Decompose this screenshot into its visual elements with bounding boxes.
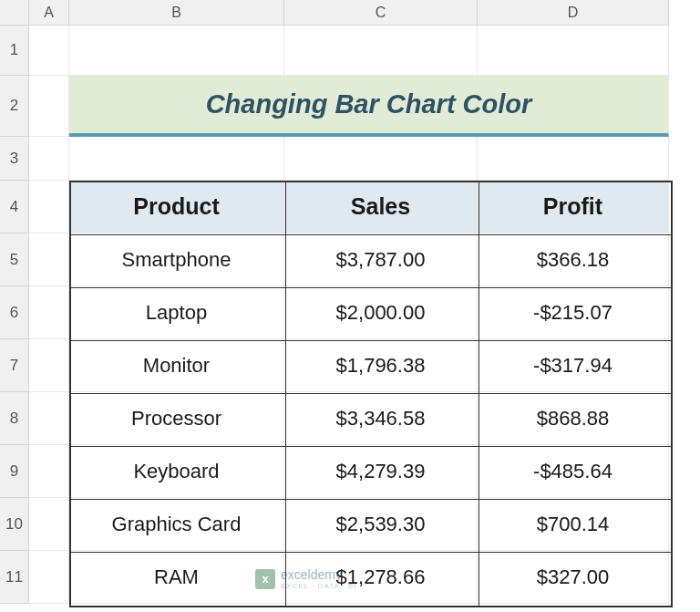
cell-product[interactable]: RAM [69, 551, 284, 604]
row-headers: 1 2 3 4 5 6 7 8 9 10 11 [0, 26, 29, 604]
watermark: x exceldemy EXCEL · DATA · BI [255, 567, 357, 590]
cell-D1[interactable] [478, 26, 669, 76]
watermark-brand: exceldemy [281, 567, 342, 582]
table-row: Monitor$1,796.38-$317.94 [29, 339, 669, 392]
table-row: Laptop$2,000.00-$215.07 [29, 286, 669, 339]
table-row: Graphics Card$2,539.30$700.14 [29, 498, 669, 551]
cell-product[interactable]: Keyboard [69, 445, 284, 498]
cell-sales[interactable]: $4,279.39 [284, 445, 478, 498]
cell-product[interactable]: Laptop [69, 286, 284, 339]
table-row: Processor$3,346.58$868.88 [29, 392, 669, 445]
cell-product[interactable]: Graphics Card [69, 498, 284, 551]
cell-product[interactable]: Monitor [69, 339, 284, 392]
cell-A1[interactable] [29, 26, 69, 76]
spreadsheet: A B C D 1 2 3 4 5 6 7 8 9 10 11 [0, 0, 700, 604]
cell-sales[interactable]: $1,796.38 [284, 339, 478, 392]
row-header-4[interactable]: 4 [0, 181, 29, 233]
cell-profit[interactable]: $327.00 [478, 551, 669, 604]
header-profit[interactable]: Profit [478, 181, 669, 233]
row-header-8[interactable]: 8 [0, 392, 29, 445]
watermark-tag: EXCEL · DATA · BI [281, 582, 357, 590]
cell-profit[interactable]: $868.88 [478, 392, 669, 445]
cell-B3[interactable] [69, 137, 284, 181]
cell-A7[interactable] [29, 339, 69, 392]
table-row: Smartphone$3,787.00$366.18 [29, 233, 669, 286]
cell-product[interactable]: Processor [69, 392, 284, 445]
cell-A2[interactable] [29, 76, 69, 137]
cell-A10[interactable] [29, 498, 69, 551]
cell-C3[interactable] [284, 137, 478, 181]
cell-profit[interactable]: -$317.94 [478, 339, 669, 392]
cell-D3[interactable] [478, 137, 669, 181]
header-product[interactable]: Product [69, 181, 284, 233]
column-headers: A B C D [0, 0, 700, 26]
cell-A9[interactable] [29, 445, 69, 498]
cell-grid: Changing Bar Chart Color Product Sales P… [29, 26, 669, 604]
cell-sales[interactable]: $2,000.00 [284, 286, 478, 339]
col-header-B[interactable]: B [69, 0, 284, 26]
cell-sales[interactable]: $2,539.30 [284, 498, 478, 551]
col-header-C[interactable]: C [284, 0, 478, 26]
cell-A6[interactable] [29, 286, 69, 339]
cell-A8[interactable] [29, 392, 69, 445]
row-header-2[interactable]: 2 [0, 76, 29, 137]
row-header-1[interactable]: 1 [0, 26, 29, 76]
row-header-7[interactable]: 7 [0, 339, 29, 392]
col-header-D[interactable]: D [478, 0, 669, 26]
col-header-A[interactable]: A [29, 0, 69, 26]
cell-sales[interactable]: $3,346.58 [284, 392, 478, 445]
cell-A4[interactable] [29, 181, 69, 233]
cell-A3[interactable] [29, 137, 69, 181]
cell-profit[interactable]: -$215.07 [478, 286, 669, 339]
select-all-corner[interactable] [0, 0, 29, 26]
row-header-6[interactable]: 6 [0, 286, 29, 339]
cell-product[interactable]: Smartphone [69, 233, 284, 286]
row-header-3[interactable]: 3 [0, 137, 29, 181]
cell-profit[interactable]: $700.14 [478, 498, 669, 551]
cell-sales[interactable]: $3,787.00 [284, 233, 478, 286]
cell-A11[interactable] [29, 551, 69, 604]
cell-A5[interactable] [29, 233, 69, 286]
row-header-10[interactable]: 10 [0, 498, 29, 551]
cell-B1[interactable] [69, 26, 284, 76]
excel-icon: x [255, 569, 275, 589]
header-sales[interactable]: Sales [284, 181, 478, 233]
row-header-9[interactable]: 9 [0, 445, 29, 498]
cell-C1[interactable] [284, 26, 478, 76]
row-header-5[interactable]: 5 [0, 233, 29, 286]
table-row: Keyboard$4,279.39-$485.64 [29, 445, 669, 498]
cell-profit[interactable]: $366.18 [478, 233, 669, 286]
row-header-11[interactable]: 11 [0, 551, 29, 604]
title-cell[interactable]: Changing Bar Chart Color [69, 76, 669, 137]
cell-profit[interactable]: -$485.64 [478, 445, 669, 498]
